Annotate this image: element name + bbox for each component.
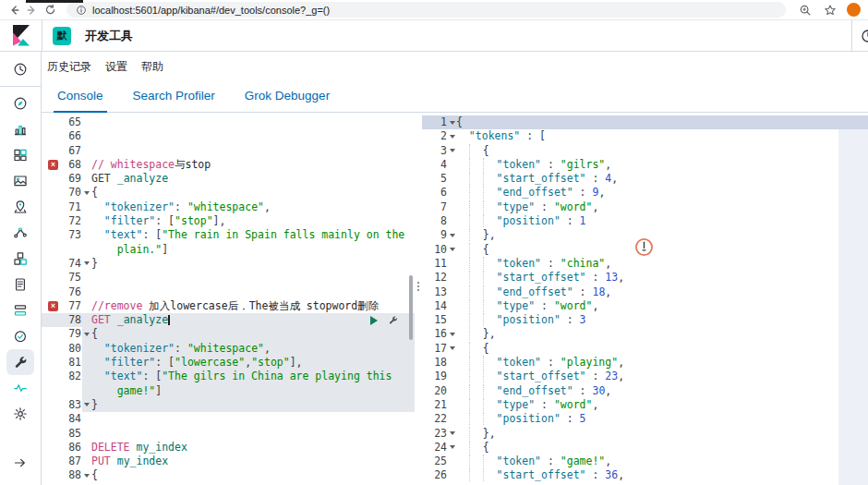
code-line[interactable]: 3 { — [422, 144, 868, 158]
code-line[interactable]: 71 "tokenizer": "whitespace", — [42, 200, 415, 214]
code-line[interactable]: ×77//remove 加入lowercase后，The被当成 stopword… — [42, 299, 415, 313]
fold-marker-icon[interactable] — [84, 261, 90, 265]
history-menu-item[interactable]: 历史记录 — [47, 59, 91, 75]
back-icon[interactable] — [6, 3, 21, 18]
code-line[interactable]: 22 "position" : 5 — [422, 412, 868, 426]
sidebar-item-discover[interactable] — [6, 91, 34, 116]
sidebar-item-maps[interactable] — [6, 194, 34, 220]
code-line[interactable]: 70{ — [42, 186, 415, 200]
code-line[interactable]: 82 "text": ["The gilrs in China are play… — [42, 370, 415, 383]
code-line[interactable]: 2 "tokens" : [ — [422, 129, 868, 143]
sidebar-item-stack-monitoring[interactable] — [6, 375, 34, 401]
code-line[interactable]: 24 { — [422, 441, 868, 455]
sidebar-item-logs[interactable] — [6, 272, 34, 297]
code-line[interactable]: 65 — [42, 115, 415, 129]
forward-icon[interactable] — [24, 3, 40, 18]
fold-marker-icon[interactable] — [84, 333, 90, 336]
code-line[interactable]: 15 "position" : 3 — [422, 313, 868, 327]
zoom-icon[interactable] — [797, 3, 813, 18]
code-line[interactable]: 8 "position" : 1 — [422, 214, 868, 228]
code-line[interactable]: 21 "type" : "word", — [422, 398, 868, 412]
code-line[interactable]: 25 "token" : "game!", — [422, 455, 868, 468]
splitter-drag-handle-icon[interactable] — [417, 282, 419, 291]
sidebar-item-visualize[interactable] — [6, 116, 34, 142]
sidebar-item-canvas[interactable] — [6, 168, 34, 194]
sidebar-item-infrastructure[interactable] — [6, 246, 34, 272]
code-line[interactable]: 78GET _analyze — [42, 313, 415, 327]
sidebar-item-machine-learning[interactable] — [6, 220, 34, 246]
code-line[interactable]: 76 — [42, 285, 415, 299]
code-line[interactable]: 5 "start_offset" : 4, — [422, 172, 868, 186]
send-request-play-button[interactable] — [370, 316, 378, 325]
code-line[interactable]: 72 "filter": ["stop"], — [42, 214, 415, 228]
code-line[interactable]: 12 "start_offset" : 13, — [422, 271, 868, 285]
code-line[interactable]: 16 }, — [422, 327, 868, 341]
fold-marker-icon[interactable] — [450, 121, 455, 125]
fold-marker-icon[interactable] — [450, 135, 455, 139]
fold-marker-icon[interactable] — [84, 191, 90, 195]
code-line[interactable]: 73 "text": ["The rain in Spain falls mai… — [42, 228, 415, 242]
browser-profile-avatar[interactable] — [847, 3, 861, 17]
sidebar-item-management[interactable] — [6, 401, 34, 427]
code-line[interactable]: game!"] — [42, 384, 415, 398]
code-line[interactable]: 80 "tokenizer": "whitespace", — [42, 342, 415, 356]
site-info-icon[interactable] — [76, 5, 87, 16]
code-line[interactable]: 20 "end_offset" : 30, — [422, 384, 868, 398]
code-line[interactable]: 88{ — [42, 468, 415, 482]
panel-splitter[interactable] — [415, 113, 422, 485]
request-editor-scrollbar[interactable] — [409, 275, 413, 340]
fold-marker-icon[interactable] — [450, 248, 455, 251]
code-line[interactable]: 19 "start_offset" : 23, — [422, 370, 868, 383]
fold-marker-icon[interactable] — [450, 431, 455, 435]
code-line[interactable]: 6 "end_offset" : 9, — [422, 186, 868, 200]
reload-icon[interactable] — [42, 3, 58, 18]
code-line[interactable]: 1{ — [422, 115, 868, 129]
kibana-logo[interactable] — [10, 24, 32, 48]
header-clock-icon-partial[interactable] — [861, 29, 868, 43]
code-line[interactable]: 67 — [42, 144, 415, 158]
sidebar-item-uptime[interactable] — [6, 323, 34, 349]
code-line[interactable]: 17 { — [422, 342, 868, 356]
help-menu-item[interactable]: 帮助 — [141, 59, 163, 75]
sidebar-item-collapse-navigation[interactable] — [6, 450, 34, 476]
fold-marker-icon[interactable] — [450, 333, 455, 336]
fold-marker-icon[interactable] — [450, 149, 455, 152]
tab-search-profiler[interactable]: Search Profiler — [129, 89, 219, 112]
code-line[interactable]: ×68// whitespace与stop — [42, 158, 415, 172]
code-line[interactable]: 87PUT my_index — [42, 455, 415, 468]
code-line[interactable]: plain."] — [42, 243, 415, 257]
code-line[interactable]: 83} — [42, 398, 415, 412]
request-editor[interactable]: 656667×68// whitespace与stop69GET _analyz… — [42, 113, 415, 485]
response-editor[interactable]: 1{2 "tokens" : [3 {4 "token" : "gilrs",5… — [422, 113, 868, 485]
code-line[interactable]: 26 "start_offset" : 36, — [422, 468, 868, 482]
code-line[interactable]: 84 — [42, 412, 415, 426]
sidebar-item-dashboard[interactable] — [6, 142, 34, 168]
code-line[interactable]: 7 "type" : "word", — [422, 200, 868, 214]
code-line[interactable]: 14 "type" : "word", — [422, 299, 868, 313]
code-line[interactable]: 74} — [42, 257, 415, 271]
space-avatar[interactable]: 默 — [53, 27, 71, 45]
code-line[interactable]: 86DELETE my_index — [42, 441, 415, 455]
settings-menu-item[interactable]: 设置 — [105, 59, 127, 75]
fold-marker-icon[interactable] — [84, 474, 90, 478]
code-line[interactable]: 18 "token" : "playing", — [422, 356, 868, 370]
tab-console[interactable]: Console — [54, 89, 107, 112]
code-line[interactable]: 4 "token" : "gilrs", — [422, 158, 868, 172]
sidebar-item-apm[interactable] — [6, 297, 34, 323]
sidebar-item-dev-tools[interactable] — [6, 349, 34, 375]
code-line[interactable]: 66 — [42, 129, 415, 143]
fold-marker-icon[interactable] — [84, 403, 90, 406]
code-line[interactable]: 13 "end_offset" : 18, — [422, 285, 868, 299]
fold-marker-icon[interactable] — [450, 346, 455, 350]
code-line[interactable]: 81 "filter": ["lowercase","stop"], — [42, 356, 415, 370]
tab-grok-debugger[interactable]: Grok Debugger — [241, 89, 333, 112]
code-line[interactable]: 75 — [42, 271, 415, 285]
request-options-wrench-icon[interactable] — [388, 315, 398, 325]
sidebar-item-recently-viewed[interactable] — [6, 56, 34, 82]
address-bar[interactable]: localhost:5601/app/kibana#/dev_tools/con… — [66, 2, 786, 18]
code-line[interactable]: 79{ — [42, 327, 415, 341]
fold-marker-icon[interactable] — [450, 445, 455, 449]
bookmark-star-icon[interactable] — [822, 3, 838, 18]
code-line[interactable]: 23 }, — [422, 427, 868, 441]
fold-marker-icon[interactable] — [450, 234, 455, 237]
